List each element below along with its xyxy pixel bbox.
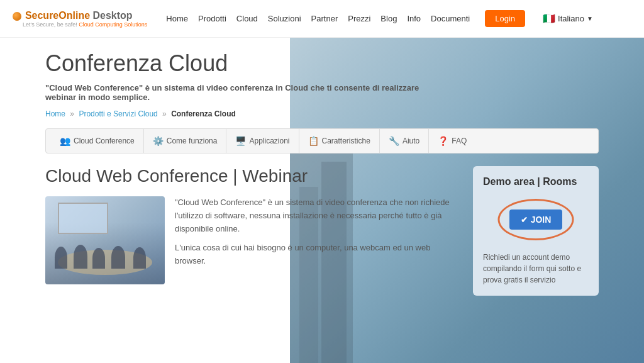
page-subtitle: "Cloud Web Conference" è un sistema di v…	[45, 83, 435, 102]
wrench-icon: 🔧	[389, 136, 399, 146]
nav-blog[interactable]: Blog	[380, 14, 397, 23]
demo-area-title: Demo area | Rooms	[483, 176, 589, 187]
gear-icon: ⚙️	[153, 136, 164, 146]
login-button[interactable]: Login	[485, 10, 525, 27]
subnav-cloud-conference-label: Cloud Conference	[74, 137, 135, 145]
subnav-faq-label: FAQ	[452, 137, 467, 145]
subnav-cloud-conference[interactable]: 👥 Cloud Conference	[51, 129, 144, 153]
sub-nav: 👥 Cloud Conference ⚙️ Come funziona 🖥️ A…	[45, 128, 599, 154]
subnav-aiuto[interactable]: 🔧 Aiuto	[380, 129, 429, 153]
language-label: Italiano	[558, 14, 584, 23]
nav-cloud[interactable]: Cloud	[236, 14, 258, 23]
nav-soluzioni[interactable]: Soluzioni	[268, 14, 301, 23]
breadcrumb-section[interactable]: Prodotti e Servizi Cloud	[79, 109, 157, 118]
flag-icon: 🇮🇹	[543, 13, 555, 25]
subnav-applicazioni[interactable]: 🖥️ Applicazioni	[226, 129, 299, 153]
question-icon: ❓	[438, 136, 448, 146]
nav-info[interactable]: Info	[407, 14, 421, 23]
nav-prodotti[interactable]: Prodotti	[198, 14, 226, 23]
monitor-icon: 🖥️	[235, 136, 246, 146]
person-silhouette-3	[92, 248, 105, 269]
subnav-aiuto-label: Aiuto	[402, 137, 419, 145]
nav-home[interactable]: Home	[166, 14, 188, 23]
conference-image	[45, 196, 165, 284]
body-paragraph-2: L'unica cosa di cui hai bisogno è un com…	[175, 242, 460, 268]
demo-area: Demo area | Rooms ✔ JOIN Richiedi un acc…	[473, 166, 599, 296]
header: SecureOnline Desktop Let's Secure, be sa…	[0, 0, 644, 38]
breadcrumb-current: Conferenza Cloud	[171, 109, 236, 118]
logo: SecureOnline Desktop Let's Secure, be sa…	[13, 10, 147, 28]
users-icon: 👥	[60, 136, 70, 146]
screen-display	[58, 203, 108, 234]
nav-partner[interactable]: Partner	[311, 14, 338, 23]
person-silhouette-1	[55, 247, 67, 269]
subnav-come-funziona-label: Come funziona	[167, 137, 218, 145]
content-area: Conferenza Cloud "Cloud Web Conference" …	[20, 38, 624, 308]
join-label: JOIN	[531, 215, 552, 225]
subnav-applicazioni-label: Applicazioni	[249, 137, 289, 145]
join-button[interactable]: ✔ JOIN	[509, 209, 563, 230]
subnav-come-funziona[interactable]: ⚙️ Come funziona	[144, 129, 227, 153]
logo-name: SecureOnline Desktop	[13, 10, 147, 21]
breadcrumb: Home » Prodotti e Servizi Cloud » Confer…	[45, 109, 599, 118]
logo-secure: Secure	[25, 10, 58, 21]
logo-tagline: Let's Secure, be safe! Cloud Computing S…	[23, 21, 147, 28]
page-body: Conferenza Cloud "Cloud Web Conference" …	[0, 38, 644, 363]
breadcrumb-home[interactable]: Home	[45, 109, 65, 118]
person-silhouette-2	[74, 245, 87, 269]
person-silhouette-4	[111, 246, 125, 269]
subnav-caratteristiche-label: Caratteristiche	[322, 137, 370, 145]
content-text: "Cloud Web Conference" è un sistema di v…	[175, 196, 460, 284]
section-title: Cloud Web Conference | Webinar	[45, 166, 460, 186]
person-silhouette-5	[133, 247, 146, 269]
list-icon: 📋	[308, 136, 319, 146]
left-content: Cloud Web Conference | Webinar "Cloud We…	[45, 166, 460, 296]
subnav-caratteristiche[interactable]: 📋 Caratteristiche	[299, 129, 380, 153]
logo-circle-icon	[13, 12, 21, 21]
logo-online: Online	[58, 10, 90, 21]
main-nav: Home Prodotti Cloud Soluzioni Partner Pr…	[166, 10, 631, 27]
subnav-faq[interactable]: ❓ FAQ	[429, 129, 475, 153]
chevron-down-icon: ▼	[587, 15, 593, 22]
logo-desktop: Desktop	[90, 10, 133, 21]
body-paragraph-1: "Cloud Web Conference" è un sistema di v…	[175, 196, 460, 235]
nav-prezzi[interactable]: Prezzi	[348, 14, 370, 23]
join-button-wrapper: ✔ JOIN	[498, 198, 574, 242]
demo-description: Richiedi un account demo compilando il f…	[483, 252, 589, 286]
main-section: Cloud Web Conference | Webinar "Cloud We…	[45, 166, 599, 296]
language-selector[interactable]: 🇮🇹 Italiano ▼	[543, 13, 593, 25]
checkmark-icon: ✔	[521, 215, 528, 225]
content-row: "Cloud Web Conference" è un sistema di v…	[45, 196, 460, 284]
nav-documenti[interactable]: Documenti	[431, 14, 470, 23]
page-title: Conferenza Cloud	[45, 50, 599, 77]
